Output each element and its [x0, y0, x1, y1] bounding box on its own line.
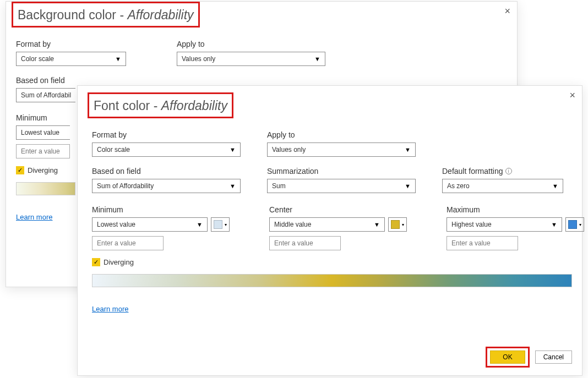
based-on-field-select[interactable]: Sum of Affordabil	[16, 88, 75, 102]
minimum-input[interactable]	[16, 144, 70, 158]
apply-to-label: Apply to	[177, 40, 329, 48]
diverging-label: Diverging	[28, 166, 58, 174]
format-by-label: Format by	[92, 130, 244, 139]
info-icon[interactable]: i	[505, 168, 512, 174]
based-on-field-label: Based on field	[16, 76, 154, 85]
ok-button-highlight: OK	[486, 347, 529, 368]
close-icon[interactable]: ×	[569, 90, 575, 100]
apply-to-label: Apply to	[267, 130, 419, 139]
center-select[interactable]: Middle value ▼	[269, 217, 385, 232]
caret-down-icon: ▾	[579, 222, 581, 227]
chevron-down-icon: ▼	[405, 146, 411, 153]
color-swatch	[568, 220, 577, 229]
minimum-select[interactable]: Lowest value	[16, 125, 70, 140]
maximum-input[interactable]	[447, 236, 518, 250]
maximum-value: Highest value	[451, 221, 492, 228]
close-icon[interactable]: ×	[504, 6, 510, 16]
default-formatting-value: As zero	[447, 182, 470, 190]
title-field: Affordability	[161, 98, 227, 113]
maximum-select[interactable]: Highest value ▼	[447, 217, 562, 232]
minimum-select[interactable]: Lowest value ▼	[92, 217, 208, 232]
default-formatting-label: Default formatting i	[442, 167, 563, 176]
gradient-preview	[16, 182, 75, 195]
apply-to-select[interactable]: Values only ▼	[267, 143, 416, 157]
color-swatch	[391, 220, 400, 229]
summarization-value: Sum	[272, 182, 286, 190]
diverging-label: Diverging	[104, 258, 134, 266]
caret-down-icon: ▾	[225, 222, 227, 227]
font-color-dialog: × Font color - Affordability Format by C…	[77, 85, 582, 376]
color-swatch	[214, 220, 222, 229]
gradient-preview	[92, 274, 572, 287]
center-label: Center	[269, 205, 407, 214]
title-prefix: Background color -	[18, 8, 127, 22]
chevron-down-icon: ▼	[314, 56, 320, 62]
based-on-field-value: Sum of Affordabil	[21, 91, 71, 99]
dialog-title: Background color - Affordability	[18, 8, 194, 23]
dialog-title-highlight: Background color - Affordability	[12, 2, 200, 28]
apply-to-value: Values only	[272, 146, 306, 154]
diverging-checkbox[interactable]: ✓	[16, 166, 24, 174]
dialog-title: Font color - Affordability	[94, 98, 227, 113]
default-formatting-select[interactable]: As zero ▼	[442, 179, 563, 193]
center-input[interactable]	[269, 236, 341, 250]
chevron-down-icon: ▼	[197, 221, 203, 228]
caret-down-icon: ▾	[402, 222, 404, 227]
center-value: Middle value	[274, 221, 311, 228]
chevron-down-icon: ▼	[551, 221, 557, 228]
minimum-input[interactable]	[92, 236, 164, 250]
title-field: Affordability	[127, 8, 193, 22]
diverging-checkbox[interactable]: ✓	[92, 258, 100, 266]
apply-to-value: Values only	[182, 55, 215, 63]
summarization-select[interactable]: Sum ▼	[267, 179, 416, 193]
chevron-down-icon: ▼	[230, 183, 236, 189]
dialog-title-highlight: Font color - Affordability	[88, 92, 233, 118]
summarization-label: Summarization	[267, 167, 419, 176]
learn-more-link[interactable]: Learn more	[16, 213, 52, 221]
based-on-field-select[interactable]: Sum of Affordability ▼	[92, 179, 241, 193]
chevron-down-icon: ▼	[405, 183, 411, 189]
title-prefix: Font color -	[94, 98, 161, 113]
chevron-down-icon: ▼	[230, 146, 236, 153]
minimum-value: Lowest value	[97, 221, 135, 228]
apply-to-select[interactable]: Values only ▼	[177, 52, 325, 66]
format-by-value: Color scale	[21, 55, 54, 63]
format-by-label: Format by	[16, 40, 154, 48]
minimum-color-button[interactable]: ▾	[211, 217, 230, 232]
chevron-down-icon: ▼	[115, 56, 121, 62]
format-by-select[interactable]: Color scale ▼	[92, 143, 241, 157]
ok-button[interactable]: OK	[490, 350, 525, 364]
format-by-value: Color scale	[97, 146, 130, 154]
minimum-label: Minimum	[92, 205, 230, 214]
maximum-label: Maximum	[447, 205, 584, 214]
learn-more-link[interactable]: Learn more	[92, 305, 128, 313]
center-color-button[interactable]: ▾	[388, 217, 407, 232]
based-on-field-label: Based on field	[92, 167, 244, 176]
minimum-value: Lowest value	[21, 129, 59, 136]
chevron-down-icon: ▼	[374, 221, 380, 228]
maximum-color-button[interactable]: ▾	[565, 217, 584, 232]
chevron-down-icon: ▼	[552, 183, 558, 189]
based-on-field-value: Sum of Affordability	[97, 182, 154, 190]
cancel-button[interactable]: Cancel	[535, 350, 572, 364]
format-by-select[interactable]: Color scale ▼	[16, 52, 126, 66]
